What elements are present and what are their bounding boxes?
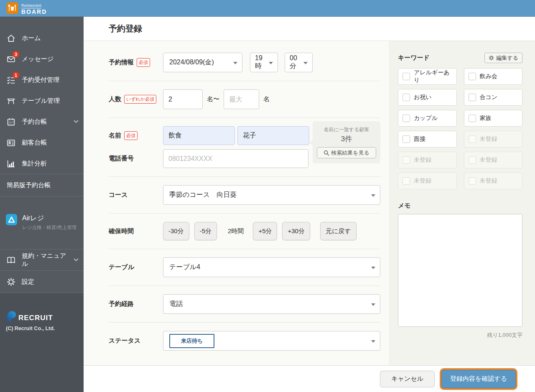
customer-match-count: 3件 <box>317 134 376 144</box>
view-search-results-button[interactable]: 検索結果を見る <box>317 147 376 158</box>
keyword-checkbox-allergy[interactable]: アレルギーあり <box>398 68 457 85</box>
party-size-min-input[interactable] <box>163 89 203 109</box>
status-select[interactable]: 来店待ち <box>163 331 380 351</box>
date-select[interactable]: 2024/08/09(金) <box>163 53 242 72</box>
minute-select[interactable]: 00分 <box>285 53 313 72</box>
customer-match-panel: 名前に一致する顧客 3件 検索結果を見る <box>313 121 380 163</box>
sidebar-item-label: メッセージ <box>22 55 54 63</box>
sidebar-item-customer-ledger[interactable]: 顧客台帳 <box>0 132 84 153</box>
duration-reset-button[interactable]: 元に戻す <box>320 222 357 240</box>
sidebar-item-settings[interactable]: 設定 <box>0 271 84 293</box>
sidebar-item-label: 設定 <box>22 278 34 286</box>
page-title-bar: 予約登録 <box>84 17 535 41</box>
keyword-checkbox-unregistered: 未登録 <box>464 152 523 168</box>
checkbox-icon <box>469 156 476 164</box>
duration-minus-5-button[interactable]: -5分 <box>194 222 217 240</box>
sidebar-item-analytics[interactable]: 集計分析 <box>0 153 84 174</box>
edit-keywords-button[interactable]: 編集する <box>484 53 522 63</box>
main-content: 予約登録 予約情報 必須 2024/08/09(金) <box>84 17 535 392</box>
reservation-info-row: 予約情報 必須 2024/08/09(金) 19時 00分 <box>84 41 389 81</box>
recruit-logo: RECRUIT <box>6 310 84 322</box>
sidebar-item-messages[interactable]: 3 メッセージ <box>0 48 84 69</box>
restaurant-board-app: Restaurant BOARD ホーム 3 メッセージ <box>0 0 535 392</box>
checkbox-icon <box>403 73 410 80</box>
sidebar-item-label: 予約台帳 <box>22 118 47 126</box>
chevron-down-icon <box>74 120 79 123</box>
sidebar-item-home[interactable]: ホーム <box>0 28 84 48</box>
duration-minus-30-button[interactable]: -30分 <box>163 222 189 240</box>
calendar-icon <box>6 117 16 127</box>
course-label: コース <box>109 191 128 199</box>
chevron-down-icon <box>371 303 375 306</box>
duration-plus-30-button[interactable]: +30分 <box>282 222 310 240</box>
memo-char-counter: 残り1,000文字 <box>398 331 522 339</box>
chevron-down-icon <box>233 62 237 64</box>
name-label: 名前 <box>109 132 121 140</box>
party-size-max-input[interactable] <box>224 89 259 109</box>
home-icon <box>6 33 16 43</box>
cancel-button[interactable]: キャンセル <box>380 371 435 387</box>
airregi-app-icon <box>6 214 17 225</box>
form-footer: キャンセル 登録内容を確認する <box>84 365 535 392</box>
party-size-min-unit: 名〜 <box>207 95 219 103</box>
sidebar-footer: RECRUIT (C) Recruit Co., Ltd. <box>0 293 84 392</box>
keywords-memo-panel: キーワード 編集する アレルギーあり 飲み会 お祝い 合コン カップル 家族 面… <box>389 41 535 365</box>
status-row: ステータス 来店待ち <box>84 323 389 359</box>
sidebar-item-airregi[interactable]: Airレジ レジ点検・精算/売上管理 <box>0 196 84 249</box>
sidebar-item-reservation-reception[interactable]: 1 予約受付管理 <box>0 69 84 90</box>
page-title: 予約登録 <box>109 23 142 34</box>
checkbox-icon <box>403 156 410 164</box>
keyword-checkbox-interview[interactable]: 面接 <box>398 131 457 148</box>
sidebar-item-terms-manual[interactable]: 規約・マニュアル <box>0 249 84 270</box>
sidebar-item-reservation-ledger[interactable]: 予約台帳 <box>0 111 84 132</box>
recruit-logo-text: RECRUIT <box>18 314 53 322</box>
hour-select[interactable]: 19時 <box>250 53 278 72</box>
course-select[interactable]: 季節のコース 向日葵 <box>163 185 380 205</box>
sidebar-item-table-management[interactable]: テーブル管理 <box>0 90 84 111</box>
last-name-input[interactable] <box>163 126 235 145</box>
airregi-subtitle: レジ点検・精算/売上管理 <box>22 224 76 231</box>
duration-current-value: 2時間 <box>228 227 244 235</box>
chevron-down-icon <box>371 267 375 269</box>
route-select[interactable]: 電話 <box>163 294 380 314</box>
sidebar-item-label: テーブル管理 <box>22 97 60 105</box>
required-badge: 必須 <box>124 131 138 140</box>
table-select[interactable]: テーブル4 <box>163 257 380 277</box>
sidebar-item-label: 顧客台帳 <box>22 139 47 147</box>
sidebar-item-simple-ledger[interactable]: 簡易版予約台帳 <box>0 174 84 196</box>
checkbox-icon <box>403 115 410 122</box>
chevron-down-icon <box>74 258 79 262</box>
customer-match-caption: 名前に一致する顧客 <box>317 126 376 133</box>
duration-row: 確保時間 -30分 -5分 2時間 +5分 +30分 元に戻す <box>84 214 389 249</box>
restaurant-board-logo[interactable]: Restaurant BOARD <box>7 1 47 15</box>
keyword-checkbox-group-date[interactable]: 合コン <box>464 89 523 106</box>
top-header: Restaurant BOARD <box>0 0 535 17</box>
restaurant-board-logo-icon <box>7 3 18 14</box>
recruit-logo-mark <box>6 310 17 322</box>
status-badge: 来店待ち <box>169 334 214 348</box>
status-label: ステータス <box>109 337 140 345</box>
keyword-checkbox-couple[interactable]: カップル <box>398 110 457 127</box>
phone-input[interactable] <box>163 149 308 168</box>
keyword-checkbox-family[interactable]: 家族 <box>464 110 523 127</box>
logo-text-board: BOARD <box>21 8 47 15</box>
table-icon <box>6 96 16 106</box>
sidebar-item-label: 予約受付管理 <box>22 76 59 84</box>
checkbox-icon <box>469 115 476 122</box>
chevron-down-icon <box>303 62 308 64</box>
memo-textarea[interactable] <box>398 214 522 327</box>
first-name-input[interactable] <box>237 126 309 145</box>
name-phone-block: 名前 必須 電話番号 名前に一致する顧客 3件 <box>84 118 389 176</box>
keyword-checkbox-celebration[interactable]: お祝い <box>398 89 457 106</box>
confirm-registration-button[interactable]: 登録内容を確認する <box>441 370 516 388</box>
checkbox-icon <box>403 177 410 185</box>
duration-plus-5-button[interactable]: +5分 <box>253 222 277 240</box>
memo-label: メモ <box>398 202 522 210</box>
reservation-form: 予約情報 必須 2024/08/09(金) 19時 00分 <box>84 41 389 365</box>
sidebar-item-label: 規約・マニュアル <box>22 252 68 268</box>
keyword-checkbox-unregistered: 未登録 <box>398 173 457 189</box>
search-icon <box>324 150 329 156</box>
keyword-checkbox-drinking-party[interactable]: 飲み会 <box>464 68 523 85</box>
sidebar: ホーム 3 メッセージ 1 予約受付管理 テーブル管理 <box>0 17 84 392</box>
table-label: テーブル <box>109 263 134 271</box>
